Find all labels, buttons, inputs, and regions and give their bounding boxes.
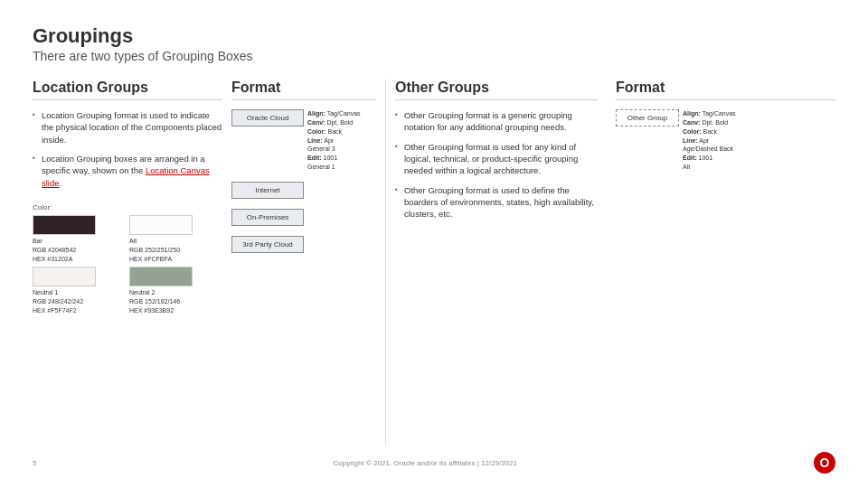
other-format-content: Other Group Align: Tag/Canvas Canv: Dpt,… <box>616 109 835 176</box>
swatch-alt: Alt RGB 252/251/250 HEX #FCFBFA <box>129 215 222 263</box>
other-groups-heading: Other Groups <box>395 80 598 100</box>
bullet-1: Location Grouping format is used to indi… <box>33 109 222 145</box>
onprem-row: On-Premises <box>231 209 376 226</box>
location-canvas-link[interactable]: Location Canvas slide <box>42 165 210 187</box>
swatch-neutral1-text: Neutral 1 RGB 248/242/242 HEX #F5F74F2 <box>33 288 83 314</box>
color-section: Color: Bar RGB #2048542 HEX #31202A A <box>33 203 222 315</box>
page-number: 5 <box>33 459 36 467</box>
swatch-alt-box <box>129 215 193 235</box>
swatch-alt-text: Alt RGB 252/251/250 HEX #FCFBFA <box>129 237 180 263</box>
other-group-specs: Align: Tag/Canvas Canv: Dpt, Bold Color:… <box>683 109 736 172</box>
other-bullet-3: Other Grouping format is used to define … <box>395 184 598 221</box>
header: Groupings There are two types of Groupin… <box>33 25 835 63</box>
swatch-bar: Bar RGB #2048542 HEX #31202A <box>33 215 126 263</box>
main-columns: Location Groups Location Grouping format… <box>33 80 835 445</box>
location-format-boxes: Oracle Cloud Align: Tag/Canvas Canv: Dpt… <box>231 109 376 258</box>
other-groups-col: Other Groups Other Grouping format is a … <box>385 80 607 445</box>
page-subtitle: There are two types of Grouping Boxes <box>33 49 835 63</box>
other-bullet-1: Other Grouping format is a generic group… <box>395 109 598 134</box>
onprem-box: On-Premises <box>231 209 304 226</box>
internet-box: Internet <box>231 182 304 199</box>
swatch-neutral2-text: Neutral 2 RGB 152/162/146 HEX #93E3B92 <box>129 288 180 314</box>
footer: 5 Copyright © 2021, Oracle and/or its af… <box>33 452 835 474</box>
copyright-text: Copyright © 2021, Oracle and/or its affi… <box>333 459 517 467</box>
swatch-neutral1: Neutral 1 RGB 248/242/242 HEX #F5F74F2 <box>33 267 126 314</box>
oracle-cloud-box: Oracle Cloud <box>231 109 304 127</box>
other-bullet-2: Other Grouping format is used for any ki… <box>395 141 598 177</box>
swatch-neutral2: Neutral 2 RGB 152/162/146 HEX #93E3B92 <box>129 267 222 314</box>
other-format-col: Format Other Group Align: Tag/Canvas Can… <box>607 80 835 445</box>
oracle-cloud-specs: Align: Tag/Canvas Canv: Dpt, Bold Color:… <box>307 109 361 172</box>
page: Groupings There are two types of Groupin… <box>0 0 868 488</box>
swatch-neutral2-box <box>129 267 193 286</box>
internet-row: Internet <box>231 182 376 199</box>
oracle-cloud-row: Oracle Cloud Align: Tag/Canvas Canv: Dpt… <box>231 109 376 172</box>
other-group-row: Other Group Align: Tag/Canvas Canv: Dpt,… <box>616 109 835 172</box>
location-format-col: Format Oracle Cloud Align: Tag/Canvas Ca… <box>231 80 385 445</box>
bullet-2: Location Grouping boxes are arranged in … <box>33 153 222 189</box>
location-format-heading: Format <box>231 80 376 100</box>
thirdparty-box: 3rd Party Cloud <box>231 236 304 253</box>
swatch-neutral1-box <box>33 267 96 286</box>
other-format-heading: Format <box>616 80 835 100</box>
thirdparty-row: 3rd Party Cloud <box>231 236 376 253</box>
color-swatches: Bar RGB #2048542 HEX #31202A Alt RGB 252… <box>33 215 222 315</box>
swatch-bar-text: Bar RGB #2048542 HEX #31202A <box>33 237 76 263</box>
location-groups-heading: Location Groups <box>33 80 222 100</box>
color-label: Color: <box>33 203 222 211</box>
oracle-logo: O <box>814 452 835 474</box>
swatch-bar-box <box>33 215 96 235</box>
location-groups-bullets: Location Grouping format is used to indi… <box>33 109 222 196</box>
location-groups-col: Location Groups Location Grouping format… <box>33 80 231 445</box>
other-groups-bullets: Other Grouping format is a generic group… <box>395 109 598 227</box>
page-title: Groupings <box>33 25 835 47</box>
other-group-box: Other Group <box>616 109 679 127</box>
